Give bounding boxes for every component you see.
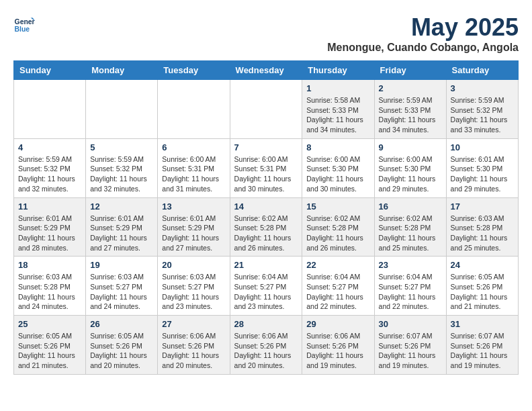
day-info: Sunrise: 6:03 AM Sunset: 5:27 PM Dayligh… [162, 272, 225, 312]
calendar-cell: 23Sunrise: 6:04 AM Sunset: 5:27 PM Dayli… [374, 257, 446, 316]
day-number: 30 [379, 319, 442, 329]
day-info: Sunrise: 6:01 AM Sunset: 5:29 PM Dayligh… [18, 214, 81, 253]
day-info: Sunrise: 6:06 AM Sunset: 5:26 PM Dayligh… [162, 331, 225, 371]
day-number: 2 [379, 83, 442, 93]
calendar-cell: 29Sunrise: 6:06 AM Sunset: 5:26 PM Dayli… [302, 316, 374, 375]
day-number: 6 [162, 142, 225, 152]
day-number: 14 [234, 201, 298, 212]
day-info: Sunrise: 6:02 AM Sunset: 5:28 PM Dayligh… [234, 214, 298, 253]
day-info: Sunrise: 5:59 AM Sunset: 5:32 PM Dayligh… [18, 154, 81, 194]
calendar-cell: 25Sunrise: 6:05 AM Sunset: 5:26 PM Dayli… [14, 316, 86, 375]
calendar-cell: 21Sunrise: 6:04 AM Sunset: 5:27 PM Dayli… [230, 257, 302, 316]
day-number: 26 [90, 319, 153, 329]
day-info: Sunrise: 6:04 AM Sunset: 5:27 PM Dayligh… [306, 272, 369, 312]
calendar-cell: 1Sunrise: 5:58 AM Sunset: 5:33 PM Daylig… [302, 80, 374, 139]
day-info: Sunrise: 6:05 AM Sunset: 5:26 PM Dayligh… [18, 331, 81, 371]
day-info: Sunrise: 6:03 AM Sunset: 5:27 PM Dayligh… [90, 272, 153, 312]
day-number: 5 [90, 142, 153, 152]
calendar-cell: 13Sunrise: 6:01 AM Sunset: 5:29 PM Dayli… [158, 197, 230, 257]
day-number: 15 [306, 201, 369, 212]
weekday-header-saturday: Saturday [446, 61, 518, 80]
weekday-header-sunday: Sunday [14, 61, 86, 80]
day-number: 4 [18, 142, 81, 152]
day-number: 9 [379, 142, 442, 152]
day-number: 8 [306, 142, 369, 152]
week-row-3: 11Sunrise: 6:01 AM Sunset: 5:29 PM Dayli… [14, 197, 519, 257]
calendar-cell: 11Sunrise: 6:01 AM Sunset: 5:29 PM Dayli… [14, 197, 86, 257]
calendar-cell: 17Sunrise: 6:03 AM Sunset: 5:28 PM Dayli… [446, 197, 518, 257]
calendar-cell: 6Sunrise: 6:00 AM Sunset: 5:31 PM Daylig… [158, 138, 230, 197]
day-info: Sunrise: 6:06 AM Sunset: 5:26 PM Dayligh… [306, 331, 369, 371]
day-info: Sunrise: 6:06 AM Sunset: 5:26 PM Dayligh… [234, 331, 298, 371]
weekday-header-monday: Monday [86, 61, 158, 80]
weekday-header-wednesday: Wednesday [230, 61, 302, 80]
day-number: 10 [451, 142, 514, 152]
day-info: Sunrise: 6:03 AM Sunset: 5:28 PM Dayligh… [451, 214, 514, 253]
calendar-cell: 10Sunrise: 6:01 AM Sunset: 5:30 PM Dayli… [446, 138, 518, 197]
weekday-header-friday: Friday [374, 61, 446, 80]
calendar-cell [230, 80, 302, 139]
day-info: Sunrise: 6:07 AM Sunset: 5:26 PM Dayligh… [451, 331, 514, 371]
day-info: Sunrise: 6:01 AM Sunset: 5:29 PM Dayligh… [90, 214, 153, 253]
day-number: 19 [90, 260, 153, 270]
day-number: 31 [451, 319, 514, 329]
calendar-cell [86, 80, 158, 139]
week-row-1: 1Sunrise: 5:58 AM Sunset: 5:33 PM Daylig… [14, 80, 519, 139]
day-number: 18 [18, 260, 81, 270]
svg-text:Blue: Blue [15, 26, 30, 33]
day-info: Sunrise: 5:59 AM Sunset: 5:32 PM Dayligh… [90, 154, 153, 194]
calendar-cell: 5Sunrise: 5:59 AM Sunset: 5:32 PM Daylig… [86, 138, 158, 197]
day-info: Sunrise: 5:59 AM Sunset: 5:32 PM Dayligh… [451, 95, 514, 135]
day-number: 28 [234, 319, 298, 329]
header: General Blue May 2025 Menongue, Cuando C… [13, 13, 519, 54]
calendar-cell: 3Sunrise: 5:59 AM Sunset: 5:32 PM Daylig… [446, 80, 518, 139]
calendar-cell: 2Sunrise: 5:59 AM Sunset: 5:33 PM Daylig… [374, 80, 446, 139]
day-info: Sunrise: 6:00 AM Sunset: 5:30 PM Dayligh… [379, 154, 442, 194]
calendar-cell: 8Sunrise: 6:00 AM Sunset: 5:30 PM Daylig… [302, 138, 374, 197]
day-info: Sunrise: 6:00 AM Sunset: 5:31 PM Dayligh… [234, 154, 298, 194]
day-number: 29 [306, 319, 369, 329]
weekday-header-row: SundayMondayTuesdayWednesdayThursdayFrid… [14, 61, 519, 80]
svg-text:General: General [15, 18, 35, 26]
calendar-cell: 4Sunrise: 5:59 AM Sunset: 5:32 PM Daylig… [14, 138, 86, 197]
calendar-cell: 12Sunrise: 6:01 AM Sunset: 5:29 PM Dayli… [86, 197, 158, 257]
day-info: Sunrise: 6:04 AM Sunset: 5:27 PM Dayligh… [379, 272, 442, 312]
day-info: Sunrise: 6:01 AM Sunset: 5:30 PM Dayligh… [451, 154, 514, 194]
day-number: 21 [234, 260, 298, 270]
day-info: Sunrise: 6:02 AM Sunset: 5:28 PM Dayligh… [306, 214, 369, 253]
day-info: Sunrise: 6:01 AM Sunset: 5:29 PM Dayligh… [162, 214, 225, 253]
weekday-header-tuesday: Tuesday [158, 61, 230, 80]
day-number: 3 [451, 83, 514, 93]
calendar-cell: 26Sunrise: 6:05 AM Sunset: 5:26 PM Dayli… [86, 316, 158, 375]
day-number: 7 [234, 142, 298, 152]
day-number: 22 [306, 260, 369, 270]
calendar-cell: 18Sunrise: 6:03 AM Sunset: 5:28 PM Dayli… [14, 257, 86, 316]
day-number: 16 [379, 201, 442, 212]
day-number: 1 [306, 83, 369, 93]
day-number: 24 [451, 260, 514, 270]
calendar-cell: 7Sunrise: 6:00 AM Sunset: 5:31 PM Daylig… [230, 138, 302, 197]
logo-icon: General Blue [13, 13, 35, 35]
weekday-header-thursday: Thursday [302, 61, 374, 80]
calendar-cell: 31Sunrise: 6:07 AM Sunset: 5:26 PM Dayli… [446, 316, 518, 375]
calendar-cell [158, 80, 230, 139]
day-number: 25 [18, 319, 81, 329]
day-info: Sunrise: 6:07 AM Sunset: 5:26 PM Dayligh… [379, 331, 442, 371]
week-row-4: 18Sunrise: 6:03 AM Sunset: 5:28 PM Dayli… [14, 257, 519, 316]
logo: General Blue [13, 13, 35, 35]
calendar-cell: 14Sunrise: 6:02 AM Sunset: 5:28 PM Dayli… [230, 197, 302, 257]
day-info: Sunrise: 6:00 AM Sunset: 5:31 PM Dayligh… [162, 154, 225, 194]
calendar-cell: 9Sunrise: 6:00 AM Sunset: 5:30 PM Daylig… [374, 138, 446, 197]
day-info: Sunrise: 6:00 AM Sunset: 5:30 PM Dayligh… [306, 154, 369, 194]
day-number: 23 [379, 260, 442, 270]
calendar-cell: 28Sunrise: 6:06 AM Sunset: 5:26 PM Dayli… [230, 316, 302, 375]
day-number: 20 [162, 260, 225, 270]
calendar-cell: 24Sunrise: 6:05 AM Sunset: 5:26 PM Dayli… [446, 257, 518, 316]
week-row-2: 4Sunrise: 5:59 AM Sunset: 5:32 PM Daylig… [14, 138, 519, 197]
title-area: May 2025 Menongue, Cuando Cobango, Angol… [327, 13, 519, 54]
day-info: Sunrise: 6:02 AM Sunset: 5:28 PM Dayligh… [379, 214, 442, 253]
page-subtitle: Menongue, Cuando Cobango, Angola [327, 42, 519, 54]
calendar-cell: 22Sunrise: 6:04 AM Sunset: 5:27 PM Dayli… [302, 257, 374, 316]
week-row-5: 25Sunrise: 6:05 AM Sunset: 5:26 PM Dayli… [14, 316, 519, 375]
calendar-cell: 15Sunrise: 6:02 AM Sunset: 5:28 PM Dayli… [302, 197, 374, 257]
